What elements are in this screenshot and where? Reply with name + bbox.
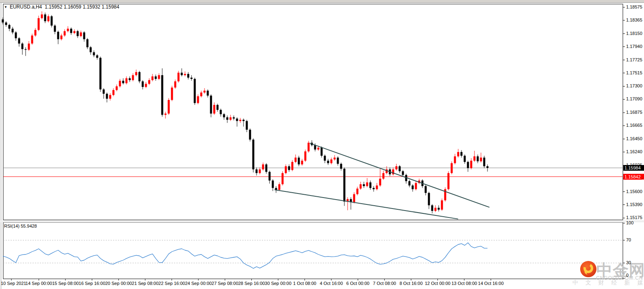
candle-body [103, 89, 105, 94]
candle-body [243, 120, 245, 121]
candle-body [373, 188, 375, 189]
candle-body [116, 86, 118, 90]
candle-body [204, 91, 206, 93]
chevron-down-icon[interactable]: ▼ [4, 5, 7, 9]
candle-body [178, 73, 180, 81]
rsi-indicator-label: RSI(14) 55.9428 [4, 224, 37, 228]
rsi-name: RSI(14) [4, 224, 20, 228]
time-axis-label: 7 Oct 08:00 [373, 281, 396, 286]
candle-body [318, 148, 320, 150]
candle-body [74, 31, 76, 33]
candle-body [321, 148, 323, 156]
candle-body [31, 35, 33, 43]
candle [282, 171, 284, 185]
candle [444, 187, 446, 202]
time-axis-label: 20 Sep 00:00 [105, 281, 132, 286]
price-axis-label: 1.16240 [626, 149, 642, 154]
candle-body [324, 156, 326, 161]
chart-canvas[interactable] [0, 0, 644, 289]
candle-body [93, 52, 95, 55]
time-axis-label: 28 Sep 16:00 [238, 281, 265, 286]
candle-body [435, 208, 437, 211]
candle-body [220, 110, 222, 114]
candle-body [376, 185, 378, 189]
pane-splitter[interactable] [0, 220, 644, 222]
candle-body [448, 173, 450, 189]
candle-body [54, 26, 56, 32]
candle-body [96, 55, 98, 58]
candle-body [327, 161, 329, 163]
price-axis-label: 1.15600 [626, 189, 642, 194]
candle-body [187, 74, 189, 78]
candle-body [402, 171, 404, 175]
candle [100, 56, 102, 92]
candle-body [477, 156, 479, 161]
chart-title: ▼EURUSD.a,H4 1.15952 1.16059 1.15932 1.1… [4, 4, 119, 10]
candle-body [425, 186, 427, 193]
candle-body [265, 164, 268, 172]
candle-body [213, 105, 215, 113]
candle-body [148, 80, 150, 84]
candle-body [207, 91, 209, 96]
time-axis-label: 6 Oct 00:00 [346, 281, 370, 286]
candle-body [9, 25, 11, 28]
candle-body [409, 181, 411, 186]
candle [194, 78, 196, 105]
time-axis-label: 21 Sep 08:00 [132, 281, 158, 286]
candle-body [35, 30, 37, 36]
symbol-timeframe-label: EURUSD.a,H4 [10, 4, 42, 10]
time-axis-label: 4 Oct 16:00 [320, 281, 343, 286]
price-axis-label: 1.17940 [626, 44, 642, 49]
candle-body [399, 166, 401, 171]
candle-body [15, 33, 17, 38]
candle [252, 138, 255, 172]
candle-body [100, 58, 102, 89]
candle-body [314, 145, 316, 150]
rsi-axis-label: 70 [626, 237, 631, 242]
candle-body [428, 193, 430, 205]
time-axis-label: 15 Sep 08:00 [52, 281, 78, 286]
time-axis-label: 27 Sep 08:00 [212, 281, 238, 286]
candle-body [64, 31, 66, 36]
candle-body [217, 105, 219, 110]
candle-body [441, 200, 443, 210]
candle-body [2, 20, 4, 23]
candle-body [165, 113, 167, 115]
candle-body [57, 32, 59, 39]
candle-body [5, 22, 7, 25]
candle-body [12, 29, 14, 33]
chart-window: ▼EURUSD.a,H4 1.15952 1.16059 1.15932 1.1… [0, 0, 644, 289]
price-axis-label: 1.17090 [626, 96, 642, 101]
candle-body [483, 158, 485, 166]
candle [344, 167, 346, 206]
rsi-axis-label: 30 [626, 260, 631, 265]
main-chart-pane[interactable] [3, 4, 623, 220]
candle-body [252, 139, 255, 169]
candle-body [67, 29, 69, 31]
candle-body [370, 183, 372, 188]
candle-body [129, 78, 131, 80]
price-axis-label: 1.18575 [626, 4, 642, 9]
candle-body [262, 164, 264, 169]
candle-body [197, 96, 199, 103]
candle-body [61, 35, 63, 39]
candle-body [340, 164, 342, 169]
price-axis-label: 1.15390 [626, 202, 642, 207]
price-axis-label: 1.18150 [626, 31, 642, 36]
candle [249, 128, 251, 141]
candle-body [431, 205, 433, 211]
candle-body [454, 156, 456, 163]
candle-body [337, 158, 339, 164]
time-axis-label: 14 Sep 00:00 [26, 281, 52, 286]
candle [139, 71, 141, 83]
candle-body [412, 185, 414, 189]
candle-body [126, 78, 128, 83]
candle-body [467, 162, 469, 168]
rsi-pane[interactable] [3, 222, 623, 279]
price-axis-label: 1.17300 [626, 83, 642, 88]
time-axis-label: 22 Sep 16:00 [159, 281, 185, 286]
candle-body [308, 143, 310, 151]
candle-body [331, 159, 333, 163]
candle-body [334, 158, 336, 160]
candle-body [396, 166, 398, 169]
